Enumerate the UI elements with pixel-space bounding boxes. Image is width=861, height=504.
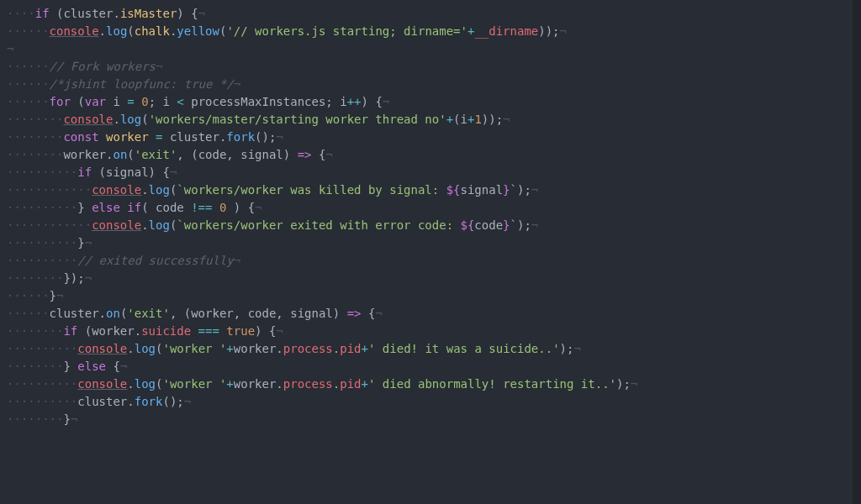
code-token: ();: [162, 395, 183, 408]
code-line[interactable]: ········} else {¬: [7, 358, 853, 375]
indent-guides: ······: [7, 307, 50, 320]
code-token: .: [333, 342, 340, 355]
code-token: console: [92, 218, 141, 232]
code-token: .: [333, 377, 340, 391]
code-token: =>: [298, 148, 312, 161]
code-token: log: [149, 218, 170, 232]
code-token: cluster.: [162, 130, 226, 144]
code-token: ();: [255, 130, 276, 144]
code-token: `workers/worker was killed by signal:: [177, 183, 446, 197]
code-token: });: [63, 271, 84, 285]
code-token: pid: [340, 377, 361, 391]
code-token: `: [510, 218, 517, 232]
code-token: (: [127, 148, 134, 161]
code-token: , (: [177, 148, 198, 161]
code-token: chalk: [135, 24, 170, 38]
code-token: +: [362, 342, 368, 355]
code-token: ) {: [362, 95, 383, 108]
eol-marker: ¬: [234, 77, 240, 91]
code-token: signal: [290, 307, 333, 320]
code-line[interactable]: ········}¬: [7, 411, 853, 428]
indent-guides: ··········: [7, 254, 77, 267]
code-token: worker.: [234, 377, 283, 391]
code-token: 'workers/master/starting worker thread n…: [149, 113, 446, 126]
code-token: (i: [453, 113, 467, 126]
code-token: ));: [538, 24, 559, 38]
code-token: [135, 95, 141, 108]
code-editor[interactable]: ····if (cluster.isMaster) {¬······consol…: [0, 0, 853, 504]
code-line[interactable]: ··········cluster.fork();¬: [7, 393, 853, 411]
code-line[interactable]: ······console.log(chalk.yellow('// worke…: [7, 23, 853, 40]
code-line[interactable]: ······for (var i = 0; i < processMaxInst…: [7, 93, 853, 111]
code-token: ,: [234, 307, 248, 320]
eol-marker: ¬: [383, 95, 389, 108]
code-line[interactable]: ··········if (signal) {¬: [7, 164, 853, 181]
code-line[interactable]: ······}¬: [7, 287, 853, 305]
code-line[interactable]: ······/*jshint loopfunc: true */¬: [7, 76, 853, 93]
eol-marker: ¬: [71, 412, 77, 426]
code-token: }: [77, 201, 92, 214]
code-line[interactable]: ··········} else if( code !== 0 ) {¬: [7, 199, 853, 217]
code-token: }: [63, 360, 77, 373]
code-line[interactable]: ········const worker = cluster.fork();¬: [7, 129, 853, 146]
code-token: +: [446, 113, 453, 126]
indent-guides: ··········: [7, 236, 77, 249]
code-token: worker: [106, 130, 149, 144]
code-token: __dirname: [474, 24, 538, 38]
code-token: );: [517, 218, 531, 232]
code-line[interactable]: ············console.log(`workers/worker …: [7, 217, 853, 234]
eol-marker: ¬: [276, 324, 283, 338]
code-line[interactable]: ¬: [7, 40, 853, 58]
code-token: ) {: [255, 324, 276, 338]
code-token: ): [333, 307, 347, 320]
eol-marker: ¬: [56, 289, 63, 302]
code-token: if: [77, 165, 92, 179]
code-token: fork: [226, 130, 255, 144]
eol-marker: ¬: [184, 395, 191, 408]
code-token: (: [141, 113, 148, 126]
code-token: 'worker ': [162, 377, 226, 391]
code-token: {: [312, 148, 326, 161]
indent-guides: ··········: [7, 201, 77, 214]
code-line[interactable]: ··········}¬: [7, 234, 853, 252]
code-token: true: [226, 324, 255, 338]
code-token: log: [149, 183, 170, 197]
code-token: ,: [276, 307, 290, 320]
code-token: ${: [461, 218, 475, 232]
code-token: cluster.: [77, 395, 134, 408]
indent-guides: ····: [7, 7, 35, 20]
eol-marker: ¬: [198, 7, 205, 20]
code-line[interactable]: ········if (worker.suicide === true) {¬: [7, 323, 853, 340]
code-token: +: [362, 377, 368, 391]
code-token: +: [226, 342, 233, 355]
code-line[interactable]: ····if (cluster.isMaster) {¬: [7, 5, 853, 23]
code-token: code: [248, 307, 277, 320]
indent-guides: ········: [7, 360, 63, 373]
code-token: isMaster: [120, 7, 177, 20]
code-line[interactable]: ··········console.log('worker '+worker.p…: [7, 340, 853, 358]
code-token: i: [106, 95, 127, 108]
indent-guides: ··········: [7, 342, 77, 355]
code-token: fork: [135, 395, 163, 408]
code-line[interactable]: ··········// exited successfully¬: [7, 252, 853, 270]
code-line[interactable]: ··········console.log('worker '+worker.p…: [7, 375, 853, 393]
eol-marker: ¬: [325, 148, 332, 161]
code-token: worker.: [234, 342, 283, 355]
code-token: signal: [240, 148, 283, 161]
code-line[interactable]: ········console.log('workers/master/star…: [7, 111, 853, 129]
code-line[interactable]: ······cluster.on('exit', (worker, code, …: [7, 305, 853, 323]
code-line[interactable]: ········worker.on('exit', (code, signal)…: [7, 146, 853, 164]
code-token: [191, 324, 198, 338]
vertical-scrollbar[interactable]: [853, 0, 861, 504]
code-token: ' died! it was a suicide..': [368, 342, 560, 355]
code-line[interactable]: ······// Fork workers¬: [7, 58, 853, 76]
code-content[interactable]: ····if (cluster.isMaster) {¬······consol…: [7, 5, 853, 428]
eol-marker: ¬: [170, 165, 177, 179]
code-line[interactable]: ········});¬: [7, 270, 853, 287]
code-token: 0: [141, 95, 148, 108]
code-line[interactable]: ············console.log(`workers/worker …: [7, 181, 853, 199]
code-token: {: [106, 360, 120, 373]
code-token: =: [127, 95, 134, 108]
code-token: }: [63, 412, 70, 426]
indent-guides: ········: [7, 271, 63, 285]
